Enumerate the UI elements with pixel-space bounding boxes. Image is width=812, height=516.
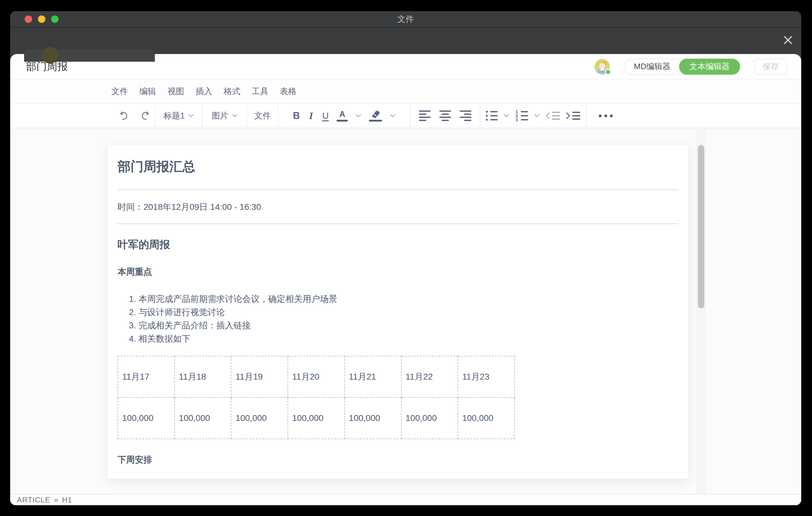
undo-button[interactable] (118, 110, 129, 121)
doc-divider (118, 224, 678, 224)
table-cell[interactable]: 11月22 (401, 356, 458, 398)
doc-divider (118, 190, 678, 190)
align-left-icon[interactable] (419, 111, 431, 121)
format-toolbar: 标题1 图片 文件 (10, 104, 801, 128)
menu-edit[interactable]: 编辑 (140, 86, 156, 97)
align-center-icon[interactable] (439, 111, 451, 121)
save-button[interactable]: 保存 (754, 59, 787, 75)
table-cell[interactable]: 11月18 (175, 356, 231, 398)
editor-mode-toggle: MD编辑器 文本编辑器 (624, 59, 740, 75)
redo-icon (140, 110, 150, 121)
table-cell[interactable]: 100,000 (458, 398, 515, 439)
menu-insert[interactable]: 插入 (196, 86, 212, 97)
table-cell[interactable]: 11月20 (288, 356, 345, 398)
align-right-icon[interactable] (460, 111, 471, 121)
vertical-scrollbar[interactable] (697, 128, 705, 494)
zoom-window-button[interactable] (51, 16, 59, 23)
doc-meta-line[interactable]: 时间：2018年12月09日 14:00 - 16:30 (118, 202, 678, 212)
file-attach-label: 文件 (254, 110, 271, 121)
list-item[interactable]: 本周完成产品前期需求讨论会议，确定相关用户场景 (139, 292, 678, 306)
doc-section-title[interactable]: 下周安排 (118, 455, 678, 465)
table-cell[interactable]: 11月17 (118, 356, 175, 398)
doc-ordered-list: 本周完成产品前期需求讨论会议，确定相关用户场景 与设计师进行视觉讨论 完成相关产… (118, 292, 678, 345)
list-item[interactable]: 与设计师进行视觉讨论 (139, 306, 678, 319)
menu-bar: 文件 编辑 视图 插入 格式 工具 表格 (10, 80, 801, 104)
table-cell[interactable]: 100,000 (118, 398, 175, 439)
outdent-icon[interactable] (546, 112, 560, 120)
table-cell[interactable]: 11月23 (458, 356, 515, 398)
chevron-down-icon (232, 114, 237, 117)
doc-heading-2[interactable]: 叶军的周报 (118, 238, 678, 251)
md-editor-tab[interactable]: MD编辑器 (625, 59, 680, 74)
file-group: 文件 (247, 104, 278, 128)
chevron-down-icon[interactable] (356, 114, 361, 117)
list-indent-group: 1 2 3 (480, 104, 586, 128)
titlebar: 文件 (10, 11, 801, 28)
menu-file[interactable]: 文件 (111, 86, 128, 97)
chevron-down-icon[interactable] (504, 114, 509, 117)
alignment-group (410, 104, 480, 128)
dimmed-app-backdrop (10, 28, 801, 54)
image-dropdown[interactable]: 图片 (212, 110, 237, 121)
app-window: 文件 部门周报 (10, 11, 801, 505)
file-attach-button[interactable]: 文件 (254, 110, 271, 121)
breadcrumb-node[interactable]: ARTICLE (17, 496, 50, 504)
online-status-dot (605, 69, 611, 75)
font-color-button[interactable]: A (337, 110, 348, 122)
menu-table[interactable]: 表格 (280, 86, 296, 97)
scrollbar-thumb[interactable] (698, 145, 704, 308)
list-item[interactable]: 完成相关产品介绍：插入链接 (139, 319, 678, 332)
status-bar: ARTICLE » H1 (10, 494, 801, 505)
table-cell[interactable]: 100,000 (401, 398, 458, 439)
table-cell[interactable]: 11月19 (231, 356, 288, 398)
user-avatar[interactable] (594, 59, 610, 75)
bold-button[interactable]: B (293, 110, 300, 121)
menu-view[interactable]: 视图 (168, 86, 184, 97)
traffic-lights (25, 16, 59, 23)
breadcrumb-separator: » (54, 496, 58, 504)
close-modal-button[interactable] (781, 33, 795, 47)
menu-tools[interactable]: 工具 (252, 86, 268, 97)
numbered-list-icon[interactable]: 1 2 3 (515, 111, 528, 121)
highlight-button[interactable] (369, 110, 382, 122)
chevron-down-icon (188, 114, 194, 117)
more-group (586, 104, 633, 128)
doc-section-title[interactable]: 本周重点 (118, 267, 678, 277)
italic-button[interactable]: I (308, 110, 314, 122)
editor-canvas: 部门周报汇总 时间：2018年12月09日 14:00 - 16:30 叶军的周… (10, 128, 801, 494)
document-page[interactable]: 部门周报汇总 时间：2018年12月09日 14:00 - 16:30 叶军的周… (107, 144, 689, 479)
breadcrumb-current[interactable]: H1 (62, 496, 72, 504)
image-group: 图片 (202, 104, 246, 128)
close-window-button[interactable] (25, 16, 32, 23)
chevron-down-icon[interactable] (534, 114, 540, 117)
data-table: 11月17 11月18 11月19 11月20 11月21 11月22 11月2… (118, 356, 515, 439)
bullet-list-icon[interactable] (486, 111, 498, 121)
table-cell[interactable]: 100,000 (345, 398, 401, 439)
doc-heading-1[interactable]: 部门周报汇总 (118, 159, 678, 174)
header-actions: MD编辑器 文本编辑器 保存 (594, 59, 787, 75)
close-icon (782, 34, 794, 46)
dimmed-avatar (42, 47, 58, 64)
table-cell[interactable]: 100,000 (231, 398, 288, 439)
minimize-window-button[interactable] (38, 16, 45, 23)
heading-dropdown-label: 标题1 (164, 110, 185, 121)
list-item[interactable]: 相关数据如下 (139, 332, 678, 345)
text-editor-tab[interactable]: 文本编辑器 (679, 59, 740, 75)
more-options-icon[interactable] (599, 114, 613, 117)
chevron-down-icon[interactable] (390, 114, 395, 117)
table-row: 100,000 100,000 100,000 100,000 100,000 … (118, 398, 515, 439)
table-cell[interactable]: 11月21 (345, 356, 401, 398)
avatar-face (599, 63, 605, 69)
indent-icon[interactable] (566, 112, 580, 120)
heading-dropdown[interactable]: 标题1 (164, 110, 194, 121)
undo-icon (118, 110, 129, 121)
history-group (114, 104, 155, 128)
table-cell[interactable]: 100,000 (288, 398, 345, 439)
menu-format[interactable]: 格式 (224, 86, 240, 97)
font-color-icon: A (337, 110, 348, 122)
redo-button[interactable] (140, 110, 150, 121)
avatar-bow (601, 71, 604, 73)
table-cell[interactable]: 100,000 (175, 398, 231, 439)
underline-button[interactable]: U (322, 111, 328, 121)
highlighter-icon (369, 110, 382, 122)
